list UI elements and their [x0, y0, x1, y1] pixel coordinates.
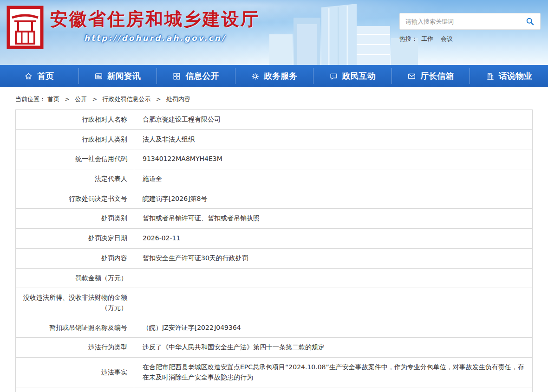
site-url: http://dohurd.ah.gov.cn/: [50, 33, 260, 43]
row-value: 暂扣或者吊销许可证、暂扣或者吊销执照: [134, 209, 533, 229]
nav-item-info-disclosure[interactable]: 信息公开: [157, 65, 235, 87]
row-label: 处罚内容: [16, 248, 134, 268]
table-row: 法定代表人 施道全: [16, 169, 533, 189]
table-row: 暂扣或吊销证照名称及编号 （皖）JZ安许证字[2022]049364: [16, 318, 533, 338]
row-value: 合肥京瓷建设工程有限公司: [134, 110, 533, 130]
search-input[interactable]: [400, 13, 520, 29]
search-box: [399, 13, 541, 30]
row-value: 皖建罚字[2026]第8号: [134, 189, 533, 209]
emblem-icon: [7, 6, 44, 49]
building-icon: [486, 72, 495, 81]
table-row: 行政相对人名称 合肥京瓷建设工程有限公司: [16, 110, 533, 130]
nav-item-director-mailbox[interactable]: 厅长信箱: [391, 65, 470, 87]
main-nav: 首页 新闻资讯 信息公开 政务服务 政民互动 厅长信箱: [0, 65, 548, 87]
table-row: 行政相对人类别 法人及非法人组织: [16, 129, 533, 149]
table-row: 违法事实 在合肥市肥西县老城区改造安置点EPC总承包项目“2024.10.08”…: [16, 357, 533, 387]
row-value: [134, 268, 533, 288]
row-label: 罚款金额（万元）: [16, 268, 134, 288]
news-icon: [94, 72, 103, 81]
row-label: 处罚决定日期: [16, 229, 134, 249]
row-label: 违法行为类型: [16, 338, 134, 358]
table-row: 统一社会信用代码 91340122MA8MYH4E3M: [16, 149, 533, 169]
penalty-info-table: 行政相对人名称 合肥京瓷建设工程有限公司 行政相对人类别 法人及非法人组织 统一…: [15, 109, 533, 392]
breadcrumb-separator: >: [92, 96, 97, 103]
site-name: 安徽省住房和城乡建设厅: [50, 9, 260, 30]
hot-search-label: 热搜：: [399, 35, 418, 43]
nav-item-label: 厅长信箱: [420, 71, 454, 82]
table-row: 罚款金额（万元）: [16, 268, 533, 288]
site-title-block: 安徽省住房和城乡建设厅 http://dohurd.ah.gov.cn/: [50, 6, 260, 43]
home-icon: [24, 72, 33, 81]
row-label: 没收违法所得、没收非法财物的金额（万元）: [16, 288, 134, 318]
table-row: 违法行为类型 违反了《中华人民共和国安全生产法》第四十一条第二款的规定: [16, 338, 533, 358]
table-row: 处罚内容 暂扣安全生产许可证30天的行政处罚: [16, 248, 533, 268]
hot-search-term-work[interactable]: 工作: [421, 35, 433, 43]
nav-item-property-talk[interactable]: 话说物业: [470, 65, 548, 87]
breadcrumb-separator: >: [156, 96, 161, 103]
site-logo[interactable]: 安徽省住房和城乡建设厅 http://dohurd.ah.gov.cn/: [7, 6, 260, 49]
row-label: 统一社会信用代码: [16, 149, 134, 169]
breadcrumb-item-disclosure[interactable]: 公开: [75, 96, 87, 103]
search-button[interactable]: [520, 13, 540, 29]
breadcrumb-item-penalty-list[interactable]: 行政处罚信息公示: [103, 96, 151, 103]
search-area: 热搜： 工作 会议: [399, 13, 541, 43]
hot-search-term-meeting[interactable]: 会议: [441, 35, 453, 43]
row-value: 施道全: [134, 169, 533, 189]
table-row: 没收违法所得、没收非法财物的金额（万元）: [16, 288, 533, 318]
row-label: 违法事实: [16, 357, 134, 387]
row-label: 法定代表人: [16, 169, 134, 189]
breadcrumb-item-home[interactable]: 首页: [47, 96, 59, 103]
row-value: 在合肥市肥西县老城区改造安置点EPC总承包项目“2024.10.08”生产安全事…: [134, 357, 533, 387]
nav-item-interaction[interactable]: 政民互动: [313, 65, 391, 87]
search-icon: [525, 17, 535, 26]
nav-item-news[interactable]: 新闻资讯: [78, 65, 157, 87]
nav-item-label: 政务服务: [264, 71, 297, 82]
nav-item-label: 信息公开: [185, 71, 219, 82]
row-value: 2026-02-11: [134, 229, 533, 249]
table-row: 处罚依据 《生产安全事故报告和调查处理条例》第四十条第一款: [16, 387, 533, 392]
nav-item-label: 政民互动: [342, 71, 376, 82]
nav-item-label: 新闻资讯: [107, 71, 141, 82]
row-label: 暂扣或吊销证照名称及编号: [16, 318, 134, 338]
chat-icon: [329, 72, 338, 81]
row-value: 91340122MA8MYH4E3M: [134, 149, 533, 169]
row-label: 处罚依据: [16, 387, 134, 392]
nav-item-label: 首页: [37, 71, 54, 82]
table-row: 处罚决定日期 2026-02-11: [16, 229, 533, 249]
nav-item-home[interactable]: 首页: [0, 65, 78, 87]
row-label: 行政相对人名称: [16, 110, 134, 130]
table-row: 处罚类别 暂扣或者吊销许可证、暂扣或者吊销执照: [16, 209, 533, 229]
info-grid-icon: [172, 72, 181, 81]
row-label: 处罚类别: [16, 209, 134, 229]
breadcrumb: 当前位置： 首页 > 公开 > 行政处罚信息公示 > 处罚内容: [15, 95, 533, 103]
row-value: 《生产安全事故报告和调查处理条例》第四十条第一款: [134, 387, 533, 392]
breadcrumb-separator: >: [65, 96, 70, 103]
row-label: 行政相对人类别: [16, 129, 134, 149]
row-value: 暂扣安全生产许可证30天的行政处罚: [134, 248, 533, 268]
row-value: [134, 288, 533, 318]
envelope-icon: [407, 72, 416, 81]
nav-item-gov-services[interactable]: 政务服务: [235, 65, 313, 87]
breadcrumb-label: 当前位置：: [15, 96, 46, 103]
row-label: 行政处罚决定书文号: [16, 189, 134, 209]
site-header: 安徽省住房和城乡建设厅 http://dohurd.ah.gov.cn/ 热搜：…: [0, 0, 548, 65]
row-value: 违反了《中华人民共和国安全生产法》第四十一条第二款的规定: [134, 338, 533, 358]
hot-search: 热搜： 工作 会议: [399, 35, 541, 43]
row-value: 法人及非法人组织: [134, 129, 533, 149]
row-value: （皖）JZ安许证字[2022]049364: [134, 318, 533, 338]
nav-item-label: 话说物业: [499, 71, 532, 82]
breadcrumb-item-current: 处罚内容: [166, 96, 190, 103]
gear-icon: [251, 72, 260, 81]
table-row: 行政处罚决定书文号 皖建罚字[2026]第8号: [16, 189, 533, 209]
